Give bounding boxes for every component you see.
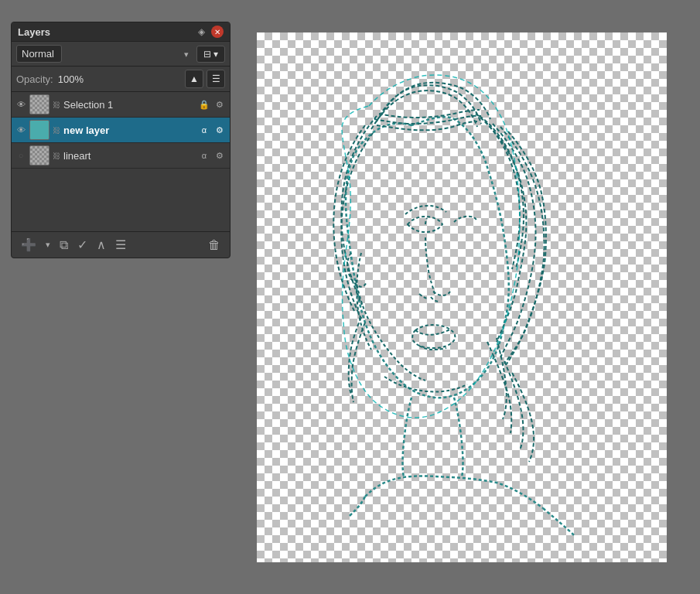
layers-toolbar: ➕ ▾ ⧉ ✓ ∧ ☰ 🗑 [12, 231, 230, 258]
artwork-svg [257, 32, 667, 562]
opacity-menu-button[interactable]: ☰ [207, 70, 225, 88]
visibility-icon-selection1[interactable]: 👁 [15, 98, 27, 111]
canvas-drawing[interactable] [257, 32, 667, 562]
move-down-button[interactable]: ✓ [74, 236, 90, 254]
opacity-label: Opacity: [16, 73, 53, 85]
opacity-controls: ▲ ☰ [185, 70, 225, 88]
lock-icon-selection1[interactable]: 🔒 [197, 97, 211, 111]
alpha-icon-lineart[interactable]: α [197, 148, 211, 162]
layers-list: 👁 ⛓ Selection 1 🔒 ⚙ 👁 ⛓ new layer α ⚙ [12, 92, 230, 231]
blend-mode-row: Normal Multiply Screen Overlay ⊟ ▾ [12, 42, 230, 67]
canvas-wrapper [257, 32, 667, 562]
thumbnail-new-layer [29, 120, 50, 140]
layers-panel-title: Layers [18, 26, 50, 38]
layer-row-new-layer[interactable]: 👁 ⛓ new layer α ⚙ [12, 118, 230, 143]
chain-icon-new-layer: ⛓ [52, 124, 61, 136]
move-up-button[interactable]: ∧ [94, 236, 109, 254]
layers-title-bar: Layers ◈ ✕ [12, 22, 230, 42]
settings-icon-selection1[interactable]: ⚙ [213, 97, 227, 111]
add-layer-dropdown[interactable]: ▾ [43, 238, 53, 251]
duplicate-layer-button[interactable]: ⧉ [56, 237, 71, 254]
layers-panel: Layers ◈ ✕ Normal Multiply Screen Overla… [11, 22, 230, 258]
visibility-icon-new-layer[interactable]: 👁 [15, 124, 27, 136]
opacity-value[interactable]: 100% [58, 73, 84, 85]
chain-icon-lineart: ⛓ [52, 149, 61, 162]
settings-icon-lineart[interactable]: ⚙ [213, 148, 227, 162]
filter-button[interactable]: ⊟ ▾ [196, 46, 225, 63]
layer-right-icons-new-layer: α ⚙ [197, 123, 227, 137]
settings-icon-new-layer[interactable]: ⚙ [213, 123, 227, 137]
close-button[interactable]: ✕ [211, 26, 224, 38]
thumbnail-selection1 [29, 94, 50, 114]
layer-row-lineart[interactable]: ○ ⛓ lineart α ⚙ [12, 143, 230, 169]
layer-properties-button[interactable]: ☰ [112, 236, 129, 254]
thumb-checker [30, 95, 49, 114]
visibility-icon-lineart[interactable]: ○ [15, 149, 27, 162]
thumb-checker-lineart [30, 146, 49, 165]
thumbnail-lineart [29, 145, 50, 166]
add-layer-button[interactable]: ➕ [18, 236, 39, 254]
layer-name-new-layer: new layer [63, 125, 195, 136]
layers-title-icons: ◈ ✕ [196, 26, 224, 38]
delete-layer-button[interactable]: 🗑 [205, 237, 224, 254]
opacity-up-button[interactable]: ▲ [185, 70, 203, 88]
filter-icon: ⊟ [203, 49, 211, 60]
layer-name-selection1: Selection 1 [63, 99, 195, 111]
layer-row-selection1[interactable]: 👁 ⛓ Selection 1 🔒 ⚙ [12, 92, 230, 118]
blend-mode-wrapper: Normal Multiply Screen Overlay [16, 45, 193, 63]
pin-icon[interactable]: ◈ [196, 26, 207, 37]
blend-mode-select[interactable]: Normal Multiply Screen Overlay [16, 45, 62, 63]
chain-icon-selection1: ⛓ [52, 98, 61, 111]
opacity-row: Opacity: 100% ▲ ☰ [12, 67, 230, 92]
layer-right-icons-lineart: α ⚙ [197, 148, 227, 162]
filter-dropdown-icon: ▾ [213, 49, 218, 60]
layer-right-icons-selection1: 🔒 ⚙ [197, 97, 227, 111]
thumb-color-new-layer [30, 121, 49, 139]
canvas-area [246, 22, 678, 572]
layer-name-lineart: lineart [63, 150, 195, 162]
alpha-icon-new-layer[interactable]: α [197, 123, 211, 137]
